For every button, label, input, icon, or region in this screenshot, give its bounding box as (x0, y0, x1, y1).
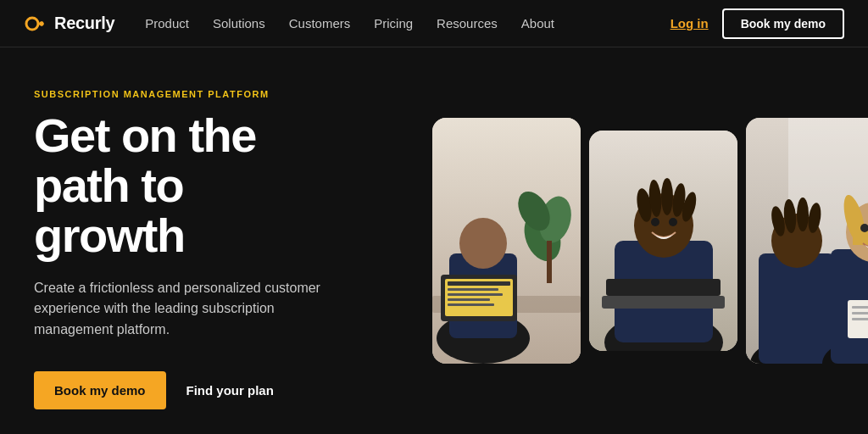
svg-rect-53 (852, 318, 868, 320)
login-button[interactable]: Log in (670, 16, 709, 31)
svg-rect-12 (448, 298, 490, 301)
hero-image-1 (432, 118, 581, 364)
hero-description: Create a frictionless and personalized c… (34, 278, 339, 341)
nav-item-pricing[interactable]: Pricing (374, 16, 413, 31)
nav-item-resources[interactable]: Resources (437, 16, 498, 31)
hero-content: SUBSCRIPTION MANAGEMENT PLATFORM Get on … (34, 47, 424, 434)
nav-item-about[interactable]: About (521, 16, 554, 31)
svg-rect-10 (448, 288, 498, 291)
nav-actions: Log in Book my demo (670, 8, 844, 39)
svg-point-40 (797, 198, 809, 231)
book-demo-button-hero[interactable]: Book my demo (34, 371, 166, 409)
svg-point-29 (669, 218, 677, 226)
hero-section: SUBSCRIPTION MANAGEMENT PLATFORM Get on … (0, 47, 868, 434)
nav-item-customers[interactable]: Customers (289, 16, 351, 31)
find-plan-link[interactable]: Find your plan (186, 383, 274, 398)
hero-images (424, 47, 868, 434)
svg-point-25 (661, 178, 673, 215)
nav-links: Product Solutions Customers Pricing Reso… (145, 16, 670, 31)
logo[interactable]: Recurly (24, 12, 114, 36)
svg-rect-30 (602, 296, 725, 309)
hero-subtitle: SUBSCRIPTION MANAGEMENT PLATFORM (34, 89, 407, 99)
svg-rect-31 (606, 279, 721, 296)
svg-point-5 (459, 218, 507, 269)
brand-name: Recurly (54, 14, 114, 33)
svg-rect-9 (448, 281, 510, 286)
navbar: Recurly Product Solutions Customers Pric… (0, 0, 868, 47)
hero-image-3 (746, 118, 868, 364)
svg-rect-13 (448, 303, 494, 306)
svg-rect-52 (852, 312, 868, 314)
logo-icon (24, 12, 47, 36)
svg-point-0 (26, 18, 38, 30)
hero-image-2 (589, 131, 737, 351)
nav-item-solutions[interactable]: Solutions (213, 16, 265, 31)
svg-rect-11 (448, 293, 503, 296)
svg-rect-17 (547, 241, 552, 283)
hero-title: Get on thepath togrowth (34, 111, 407, 260)
svg-rect-36 (759, 253, 835, 364)
svg-point-28 (651, 218, 659, 226)
nav-item-product[interactable]: Product (145, 16, 189, 31)
book-demo-button-nav[interactable]: Book my demo (722, 8, 844, 39)
svg-rect-51 (852, 306, 868, 309)
hero-cta-group: Book my demo Find your plan (34, 371, 407, 409)
